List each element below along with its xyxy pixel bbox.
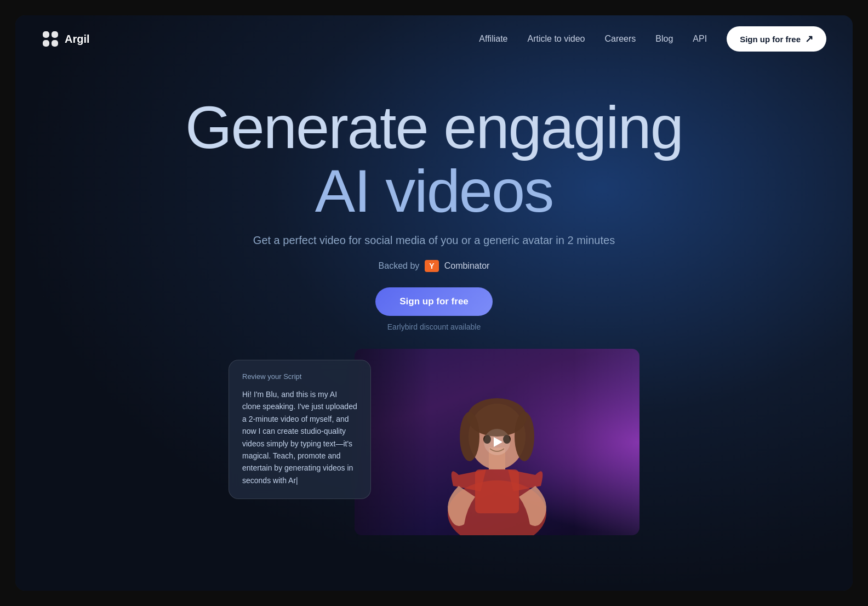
yc-badge: Y — [425, 260, 438, 272]
nav-signup-button[interactable]: Sign up for free ↗ — [727, 26, 826, 52]
svg-rect-1 — [52, 31, 58, 38]
nav-affiliate[interactable]: Affiliate — [479, 34, 507, 44]
nav-links: Affiliate Article to video Careers Blog … — [479, 26, 826, 52]
svg-point-8 — [460, 412, 479, 461]
backed-by: Backed by Y Combinator — [15, 260, 853, 272]
nav-blog[interactable]: Blog — [655, 34, 673, 44]
navbar: Argil Affiliate Article to video Careers… — [15, 15, 853, 63]
nav-article-to-video[interactable]: Article to video — [527, 34, 585, 44]
nav-cta-arrow-icon: ↗ — [805, 33, 813, 45]
script-card: Review your Script Hi! I'm Blu, and this… — [229, 360, 371, 499]
script-card-title: Review your Script — [242, 372, 357, 381]
combinator-text: Combinator — [444, 261, 490, 271]
script-card-body: Hi! I'm Blu, and this is my AI clone spe… — [242, 388, 357, 486]
svg-point-9 — [515, 412, 534, 461]
demo-section: Review your Script Hi! I'm Blu, and this… — [15, 349, 853, 535]
svg-rect-0 — [43, 31, 49, 38]
earlybird-text: Earlybird discount available — [15, 322, 853, 331]
svg-rect-12 — [475, 469, 519, 513]
browser-window: Argil Affiliate Article to video Careers… — [15, 15, 853, 591]
play-icon — [494, 437, 502, 447]
hero-subtitle: Get a perfect video for social media of … — [15, 234, 853, 247]
video-play-button[interactable] — [484, 429, 510, 455]
svg-rect-2 — [43, 40, 49, 47]
svg-rect-3 — [52, 40, 58, 47]
right-light — [574, 349, 639, 535]
hero-title: Generate engaging AI videos — [15, 95, 853, 222]
logo-text: Argil — [65, 33, 90, 46]
nav-careers[interactable]: Careers — [604, 34, 636, 44]
logo[interactable]: Argil — [42, 30, 90, 48]
video-thumbnail[interactable] — [355, 349, 639, 535]
logo-icon — [42, 30, 59, 48]
hero-section: Generate engaging AI videos Get a perfec… — [15, 63, 853, 331]
nav-api[interactable]: API — [693, 34, 707, 44]
hero-signup-button[interactable]: Sign up for free — [375, 287, 493, 316]
